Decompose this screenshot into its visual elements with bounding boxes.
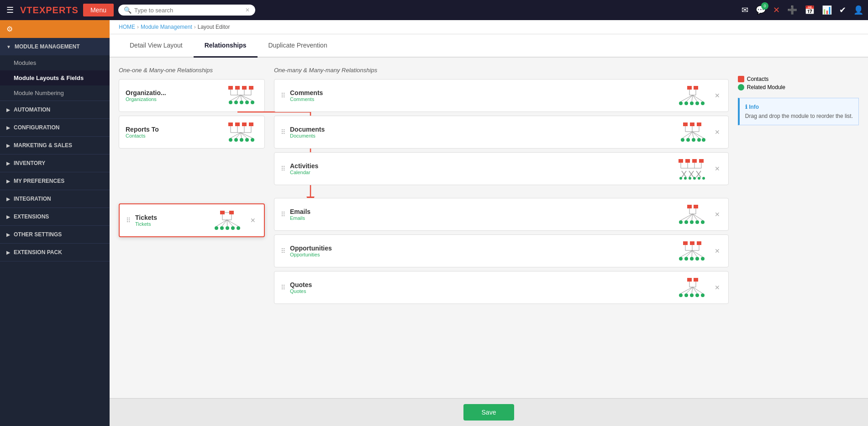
rel-card-activities[interactable]: ⠿ Activities Calendar bbox=[274, 152, 729, 185]
drag-handle-emails[interactable]: ⠿ bbox=[281, 211, 285, 218]
sidebar-section-header-marketing[interactable]: ▶ MARKETING & SALES bbox=[0, 137, 110, 154]
svg-point-53 bbox=[231, 226, 235, 230]
rel-card-comments[interactable]: ⠿ Comments Comments bbox=[274, 79, 729, 112]
drag-handle-tickets[interactable]: ⠿ bbox=[126, 217, 131, 224]
comments-close-btn[interactable]: ✕ bbox=[713, 91, 722, 100]
rel-card-documents[interactable]: ⠿ Documents Documents bbox=[274, 116, 729, 149]
drag-handle-documents[interactable]: ⠿ bbox=[281, 128, 285, 136]
sidebar-item-module-numbering[interactable]: Module Numbering bbox=[0, 85, 110, 101]
gear-icon: ⚙ bbox=[6, 25, 13, 33]
sidebar-section-header-configuration[interactable]: ▶ CONFIGURATION bbox=[0, 119, 110, 136]
sidebar-section-header-inventory[interactable]: ▶ INVENTORY bbox=[0, 154, 110, 172]
legend-related-module-label: Related Module bbox=[747, 84, 785, 91]
sidebar-section-label-inventory: INVENTORY bbox=[14, 160, 45, 166]
breadcrumb-module-management[interactable]: Module Management bbox=[141, 24, 192, 30]
menu-button[interactable]: Menu bbox=[83, 4, 114, 16]
svg-rect-125 bbox=[697, 241, 701, 245]
svg-rect-140 bbox=[687, 278, 692, 282]
rel-card-opportunities[interactable]: ⠿ Opportunities Opportunities bbox=[274, 234, 729, 267]
sidebar-section-header-extension-pack[interactable]: ▶ EXTENSION PACK bbox=[0, 244, 110, 261]
sidebar-section-header-other-settings[interactable]: ▶ OTHER SETTINGS bbox=[0, 226, 110, 243]
svg-line-132 bbox=[692, 250, 692, 257]
sidebar-section-header-extensions[interactable]: ▶ EXTENSIONS bbox=[0, 208, 110, 225]
quotes-tree-icon bbox=[676, 276, 708, 299]
svg-point-33 bbox=[229, 138, 232, 142]
sidebar-section-module-management: ▼ MODULE MANAGEMENT Modules Module Layou… bbox=[0, 38, 110, 101]
opportunities-close-btn[interactable]: ✕ bbox=[713, 246, 722, 256]
sidebar-section-header-automation[interactable]: ▶ AUTOMATION bbox=[0, 101, 110, 118]
drag-handle-comments[interactable]: ⠿ bbox=[281, 92, 285, 99]
sidebar-section-label-extensions: EXTENSIONS bbox=[14, 213, 49, 220]
rel-card-emails[interactable]: ⠿ Emails Emails bbox=[274, 198, 729, 231]
sidebar-section-header-my-preferences[interactable]: ▶ MY PREFERENCES bbox=[0, 172, 110, 190]
sidebar-item-modules[interactable]: Modules bbox=[0, 55, 110, 70]
svg-point-107 bbox=[702, 177, 705, 180]
svg-rect-3 bbox=[249, 86, 253, 90]
legend-related-module: Related Module bbox=[738, 84, 859, 91]
sidebar-section-integration: ▶ INTEGRATION bbox=[0, 190, 110, 208]
quotes-close-btn[interactable]: ✕ bbox=[713, 283, 722, 292]
activities-close-btn[interactable]: ✕ bbox=[713, 164, 722, 173]
comments-subtitle: Comments bbox=[290, 96, 672, 102]
sidebar-section-header-module-management[interactable]: ▼ MODULE MANAGEMENT bbox=[0, 38, 110, 55]
sidebar-section-header-integration[interactable]: ▶ INTEGRATION bbox=[0, 190, 110, 208]
documents-close-btn[interactable]: ✕ bbox=[713, 128, 722, 137]
tab-duplicate-prevention[interactable]: Duplicate Prevention bbox=[258, 34, 338, 58]
svg-point-34 bbox=[234, 138, 238, 142]
svg-point-35 bbox=[240, 138, 243, 142]
right-section: One-many & Many-many Relationships ⠿ Com… bbox=[274, 67, 859, 308]
save-button[interactable]: Save bbox=[463, 404, 515, 421]
logo-e: E bbox=[33, 5, 39, 15]
svg-rect-56 bbox=[694, 86, 698, 90]
check-icon[interactable]: ✔ bbox=[839, 5, 846, 15]
svg-line-45 bbox=[216, 220, 227, 226]
plus-icon[interactable]: ➕ bbox=[787, 5, 797, 15]
sidebar-section-marketing: ▶ MARKETING & SALES bbox=[0, 137, 110, 154]
sidebar-item-module-layouts[interactable]: Module Layouts & Fields bbox=[0, 70, 110, 85]
comment-icon[interactable]: 💬 0 bbox=[756, 5, 766, 15]
opportunities-title: Opportunities bbox=[290, 245, 672, 252]
svg-point-138 bbox=[695, 257, 699, 261]
rel-card-reports-to[interactable]: Reports To Contacts bbox=[119, 116, 265, 149]
svg-line-133 bbox=[692, 250, 697, 257]
svg-point-103 bbox=[684, 177, 687, 180]
sidebar-section-label-other-settings: OTHER SETTINGS bbox=[14, 231, 62, 238]
svg-point-52 bbox=[226, 226, 229, 230]
svg-point-153 bbox=[695, 293, 699, 297]
main-layout: ⚙ ▼ MODULE MANAGEMENT Modules Module Lay… bbox=[0, 20, 868, 426]
tickets-close-btn[interactable]: ✕ bbox=[248, 216, 258, 225]
chart-icon[interactable]: 📊 bbox=[822, 5, 832, 15]
hamburger-menu[interactable]: ☰ bbox=[5, 3, 16, 17]
quotes-subtitle: Quotes bbox=[290, 288, 672, 294]
calendar-icon[interactable]: 📅 bbox=[805, 5, 815, 15]
svg-point-65 bbox=[679, 101, 683, 105]
drag-handle-activities[interactable]: ⠿ bbox=[281, 165, 285, 172]
search-input[interactable] bbox=[134, 7, 242, 14]
rel-card-tickets[interactable]: ⠿ Tickets Tickets bbox=[119, 203, 265, 237]
legend-contacts-label: Contacts bbox=[747, 76, 768, 82]
legend-related-module-dot bbox=[738, 84, 744, 91]
user-icon[interactable]: 👤 bbox=[853, 5, 863, 15]
tab-relationships[interactable]: Relationships bbox=[194, 34, 258, 58]
svg-point-51 bbox=[220, 226, 224, 230]
breadcrumb: HOME › Module Management › Layout Editor bbox=[110, 20, 868, 34]
sidebar-gear[interactable]: ⚙ bbox=[0, 20, 110, 38]
comments-title: Comments bbox=[290, 89, 672, 96]
drag-handle-opportunities[interactable]: ⠿ bbox=[281, 247, 285, 255]
drag-handle-quotes[interactable]: ⠿ bbox=[281, 284, 285, 291]
rel-card-organizations[interactable]: Organizatio... Organizations bbox=[119, 79, 265, 112]
svg-point-18 bbox=[251, 101, 254, 104]
envelope-icon[interactable]: ✉ bbox=[742, 5, 748, 15]
tab-detail-view[interactable]: Detail View Layout bbox=[119, 34, 194, 58]
x-brand-icon[interactable]: ✕ bbox=[773, 5, 780, 15]
svg-point-37 bbox=[251, 138, 254, 142]
svg-point-16 bbox=[240, 101, 243, 104]
chevron-down-icon: ▼ bbox=[6, 44, 11, 49]
clear-search-icon[interactable]: ✕ bbox=[245, 7, 250, 13]
save-area: Save bbox=[110, 398, 868, 426]
rel-card-quotes[interactable]: ⠿ Quotes Quotes bbox=[274, 271, 729, 304]
breadcrumb-home[interactable]: HOME bbox=[119, 24, 135, 30]
svg-point-69 bbox=[701, 101, 705, 105]
emails-close-btn[interactable]: ✕ bbox=[713, 210, 722, 219]
one-one-header: One-one & Many-one Relationships bbox=[119, 67, 265, 74]
